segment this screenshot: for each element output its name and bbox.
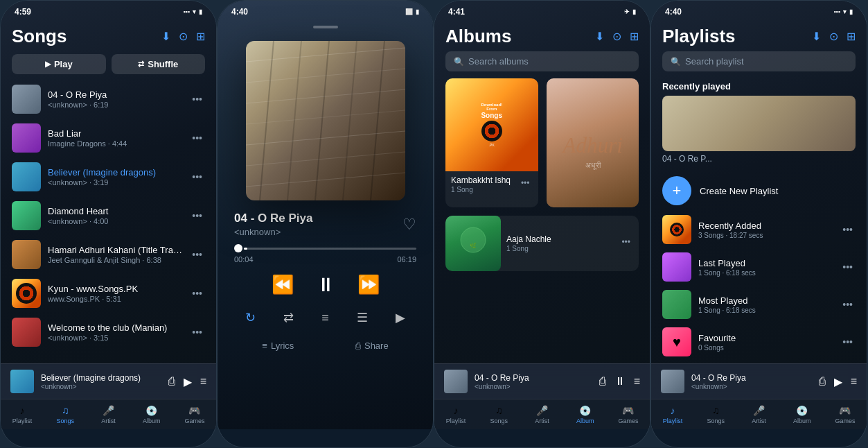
tab-games[interactable]: 🎮 Games: [607, 405, 650, 424]
lyrics-button[interactable]: ≡ Lyrics: [262, 341, 294, 351]
song-item[interactable]: 04 - O Re Piya <unknown> · 6:19 •••: [1, 80, 216, 119]
tab-album[interactable]: 💿 Album: [781, 405, 824, 424]
search-icon: 🔍: [671, 57, 681, 67]
tab-artist[interactable]: 🎤 Artist: [87, 405, 130, 424]
tab-playlist[interactable]: ♪ Playlist: [434, 405, 477, 424]
tab-artist[interactable]: 🎤 Artist: [737, 405, 780, 424]
svg-line-11: [343, 41, 357, 200]
grid-icon[interactable]: ⊞: [847, 30, 856, 43]
song-dots[interactable]: •••: [189, 285, 205, 302]
song-thumb-welcome: [12, 318, 41, 347]
playlist-item-recently[interactable]: Recently Added 3 Songs · 18:27 secs •••: [651, 211, 867, 248]
play-pause-button[interactable]: ▶: [834, 375, 842, 388]
progress-container[interactable]: 00:04 06:19: [218, 241, 433, 268]
tab-artist[interactable]: 🎤 Artist: [520, 405, 563, 424]
song-dots[interactable]: •••: [189, 324, 205, 341]
svg-text:🌿: 🌿: [470, 242, 477, 249]
album-card-kambakkht[interactable]: Download!FromSongs .PK Kambakkht Ishq 1 …: [445, 78, 538, 207]
share-button[interactable]: ⎙: [819, 375, 826, 388]
playlist-item-most[interactable]: Most Played 1 Song · 6:18 secs •••: [651, 286, 867, 323]
album-dots[interactable]: •••: [619, 234, 633, 250]
share-action-button[interactable]: ⎙ Share: [355, 341, 389, 351]
tab-bar-songs: ♪ Playlist ♫ Songs 🎤 Artist 💿 Album 🎮 Ga…: [1, 399, 216, 429]
play-button[interactable]: ▶ Play: [12, 54, 106, 74]
tab-label-games: Games: [835, 417, 855, 424]
playlist-item-last[interactable]: Last Played 1 Song · 6:18 secs •••: [651, 248, 867, 286]
tab-songs[interactable]: ♫ Songs: [44, 405, 87, 424]
playlist-extra-button[interactable]: ☰: [357, 310, 368, 325]
album-art: [246, 41, 405, 200]
song-item[interactable]: Welcome to the club (Manian) <unknown> ·…: [1, 313, 216, 352]
rewind-button[interactable]: ⏪: [272, 274, 294, 295]
song-dots[interactable]: •••: [189, 207, 205, 224]
more-icon[interactable]: ⊙: [829, 30, 838, 43]
queue-button[interactable]: ≡: [851, 375, 857, 388]
download-icon[interactable]: ⬇: [812, 30, 821, 43]
grid-icon[interactable]: ⊞: [630, 30, 639, 43]
playlists-search-bar[interactable]: 🔍 Search playlist: [662, 51, 856, 71]
song-dots[interactable]: •••: [189, 91, 205, 107]
tab-playlist[interactable]: ♪ Playlist: [651, 405, 694, 424]
playlist-dots[interactable]: •••: [840, 221, 856, 238]
playlist-dots[interactable]: •••: [840, 296, 856, 313]
albums-grid: Download!FromSongs .PK Kambakkht Ishq 1 …: [434, 78, 650, 207]
player-actions: ≡ Lyrics ⎙ Share: [218, 335, 433, 359]
shuffle-button[interactable]: ⇄ Shuffle: [112, 54, 206, 74]
playlist-dots[interactable]: •••: [840, 259, 856, 275]
video-button[interactable]: ▶: [396, 310, 405, 325]
album-art-container: [218, 35, 433, 212]
playlist-dots[interactable]: •••: [840, 334, 856, 350]
fast-forward-button[interactable]: ⏩: [357, 274, 380, 295]
song-dots[interactable]: •••: [189, 246, 205, 263]
player-song-name: 04 - O Re Piya: [234, 212, 312, 225]
play-pause-button[interactable]: ⏸: [614, 375, 626, 388]
tab-album[interactable]: 💿 Album: [130, 405, 173, 424]
song-item[interactable]: Believer (Imagine dragons) <unknown> · 3…: [1, 157, 216, 196]
more-icon[interactable]: ⊙: [612, 30, 621, 43]
tab-album[interactable]: 💿 Album: [564, 405, 607, 424]
play-icon: ▶: [45, 60, 51, 69]
grid-icon[interactable]: ⊞: [196, 30, 205, 43]
song-dots[interactable]: •••: [189, 130, 205, 146]
song-name: Welcome to the club (Manian): [48, 322, 182, 333]
song-item[interactable]: Bad Liar Imagine Dragons · 4:44 •••: [1, 119, 216, 157]
create-playlist-row[interactable]: + Create New Playlist: [651, 171, 867, 211]
tab-songs[interactable]: ♫ Songs: [694, 405, 737, 424]
albums-search-bar[interactable]: 🔍 Search albums: [445, 51, 639, 71]
album-dots[interactable]: •••: [518, 175, 533, 191]
song-list: 04 - O Re Piya <unknown> · 6:19 ••• Bad …: [1, 80, 216, 352]
download-icon[interactable]: ⬇: [161, 30, 170, 43]
now-playing-controls: ⎙ ▶ ≡: [819, 375, 857, 388]
song-item[interactable]: Diamond Heart <unknown> · 4:00 •••: [1, 196, 216, 235]
featured-playlist[interactable]: 04 - O Re P...: [662, 96, 856, 164]
repeat-button[interactable]: ↻: [245, 310, 256, 325]
tab-label-songs: Songs: [707, 417, 725, 424]
playlists-title: Playlists: [662, 26, 736, 47]
heart-button[interactable]: ♡: [402, 216, 416, 234]
tab-games[interactable]: 🎮 Games: [173, 405, 216, 424]
share-button[interactable]: ⎙: [168, 375, 175, 388]
album-card-adhuri[interactable]: Adhuri अधूरी Hamari Adhuri Kah... 1 Song…: [547, 78, 639, 207]
tab-playlist[interactable]: ♪ Playlist: [1, 405, 44, 424]
album-name: Aaja Nachle: [506, 234, 551, 244]
share-button[interactable]: ⎙: [599, 375, 606, 388]
tab-games[interactable]: 🎮 Games: [824, 405, 867, 424]
song-item[interactable]: Hamari Adhuri Kahani (Title Track) Jeet …: [1, 235, 216, 274]
svg-line-12: [371, 41, 384, 200]
tab-songs[interactable]: ♫ Songs: [477, 405, 520, 424]
album-card-nachle[interactable]: 🌿 Aaja Nachle 1 Song •••: [445, 216, 639, 271]
playlist-name: Last Played: [698, 258, 833, 268]
download-icon[interactable]: ⬇: [595, 30, 604, 43]
song-item[interactable]: Kyun - www.Songs.PK www.Songs.PK · 5:31 …: [1, 274, 216, 313]
queue-extra-button[interactable]: ≡: [321, 311, 329, 325]
shuffle-extra-button[interactable]: ⇄: [283, 310, 294, 325]
queue-button[interactable]: ≡: [200, 375, 206, 388]
pause-button[interactable]: ⏸: [316, 273, 335, 296]
song-dots[interactable]: •••: [189, 169, 205, 185]
albums-title: Albums: [445, 26, 511, 47]
playlist-item-fav[interactable]: ♥ Favourite 0 Songs •••: [651, 323, 867, 361]
play-pause-button[interactable]: ▶: [184, 375, 192, 388]
more-icon[interactable]: ⊙: [179, 30, 188, 43]
queue-button[interactable]: ≡: [634, 375, 640, 388]
battery-icon: ▮: [199, 8, 202, 15]
